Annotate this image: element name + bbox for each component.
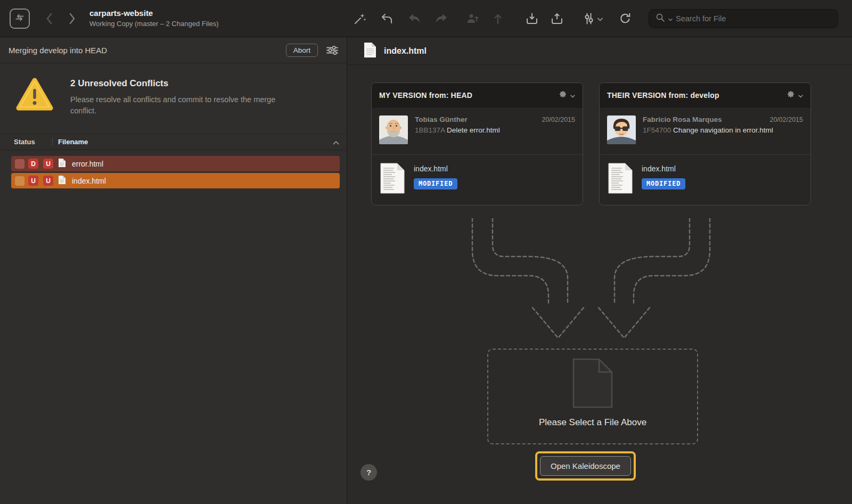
version-filename: index.html [414, 164, 457, 173]
window-title: carparts-website Working Copy (master – … [89, 9, 219, 28]
status-badge-u: U [43, 176, 53, 186]
commit-date: 20/02/2015 [542, 116, 575, 123]
conflict-filename: error.html [72, 160, 103, 168]
commit-author: Fabricio Rosa Marques [643, 115, 765, 123]
conflict-description: Please resolve all conflicts and commit … [70, 94, 299, 117]
version-title: THEIR VERSION from: develop [607, 91, 783, 100]
push-arrow-icon[interactable] [491, 12, 504, 25]
status-badge-u: U [43, 159, 53, 169]
modified-badge: MODIFIED [414, 178, 457, 189]
commit-message: Delete error.html [447, 126, 500, 134]
modified-badge: MODIFIED [642, 178, 685, 189]
commit-hash: 1BB137A [415, 126, 445, 134]
gear-icon[interactable] [559, 90, 567, 101]
search-icon [656, 13, 665, 24]
chevron-down-icon [597, 14, 603, 23]
file-icon [364, 42, 376, 60]
conflict-filename: index.html [72, 177, 106, 185]
warning-triangle-icon [16, 77, 53, 117]
abort-merge-button[interactable]: Abort [286, 44, 318, 57]
file-icon [58, 175, 66, 187]
forward-button[interactable] [69, 13, 76, 24]
filter-sliders-icon[interactable] [326, 46, 338, 55]
file-list-header: Status Filename [0, 134, 347, 150]
status-swatch [15, 159, 24, 169]
file-row-index-html[interactable]: U U index.html [11, 173, 340, 188]
status-badge-u: U [28, 176, 38, 186]
conflict-count-title: 2 Unresolved Conflicts [70, 78, 299, 89]
merge-arrows-graphic [348, 218, 852, 349]
file-search[interactable] [649, 9, 838, 28]
open-kaleidoscope-button[interactable]: Open Kaleidoscope [540, 456, 631, 476]
repository-switch-button[interactable] [10, 9, 30, 29]
search-input[interactable] [676, 14, 831, 23]
collapse-chevron-icon[interactable] [333, 137, 339, 147]
refresh-icon[interactable] [619, 12, 632, 25]
search-scope-chevron-icon[interactable] [668, 14, 673, 23]
gear-icon[interactable] [787, 90, 795, 101]
avatar [379, 115, 408, 144]
avatar [607, 115, 636, 144]
their-version-card: THEIR VERSION from: develop Fabricio Ros… [599, 82, 811, 205]
chevron-down-icon[interactable] [570, 90, 575, 100]
their-version-commit[interactable]: Fabricio Rosa Marques 20/02/2015 1F54700… [600, 108, 810, 154]
status-badge-d: D [28, 159, 38, 169]
stash-save-icon[interactable] [526, 12, 538, 25]
version-cards: MY VERSION from: HEAD Tobias Günther 20/… [348, 65, 852, 205]
their-version-file[interactable]: index.html MODIFIED [600, 155, 810, 205]
my-version-commit[interactable]: Tobias Günther 20/02/2015 1BB137A Delete… [372, 108, 583, 154]
merge-detail-panel: index.html MY VERSION from: HEAD T [348, 37, 852, 504]
open-kaleidoscope-highlight: Open Kaleidoscope [535, 451, 636, 481]
conflict-warning: 2 Unresolved Conflicts Please resolve al… [0, 63, 347, 129]
column-divider[interactable] [52, 138, 53, 146]
file-thumbnail-icon [380, 163, 405, 196]
commit-person-icon[interactable] [466, 12, 479, 25]
toolbar: carparts-website Working Copy (master – … [0, 0, 852, 37]
toolbar-actions [354, 12, 632, 25]
help-button[interactable]: ? [361, 464, 377, 481]
my-version-header: MY VERSION from: HEAD [372, 83, 583, 108]
commit-hash: 1F54700 [643, 126, 671, 134]
back-button[interactable] [46, 13, 53, 24]
discard-arrow-icon[interactable] [408, 12, 421, 25]
merge-status-bar: Merging develop into HEAD Abort [0, 37, 347, 63]
repository-icon [14, 12, 25, 25]
repo-name: carparts-website [89, 9, 219, 19]
undo-arrow-icon[interactable] [381, 12, 394, 25]
my-version-card: MY VERSION from: HEAD Tobias Günther 20/… [371, 82, 583, 205]
chevron-down-icon[interactable] [798, 90, 803, 100]
my-version-file[interactable]: index.html MODIFIED [372, 155, 583, 205]
conflict-file-list: D U error.html U U index.html [0, 156, 347, 188]
file-drop-zone[interactable]: Please Select a File Above [487, 349, 698, 444]
commit-message: Change navigation in error.html [673, 126, 773, 134]
repo-subtitle: Working Copy (master – 2 Changed Files) [89, 20, 219, 28]
file-icon [58, 158, 66, 170]
git-flow-button[interactable] [583, 12, 603, 25]
file-row-error-html[interactable]: D U error.html [11, 156, 340, 171]
file-thumbnail-icon [608, 163, 633, 196]
version-title: MY VERSION from: HEAD [379, 91, 555, 100]
sweep-arrow-icon[interactable] [435, 12, 448, 25]
stash-apply-icon[interactable] [551, 12, 563, 25]
commit-author: Tobias Günther [415, 115, 537, 123]
status-swatch [15, 176, 24, 186]
filename-column-header[interactable]: Filename [58, 138, 333, 146]
their-version-header: THEIR VERSION from: develop [600, 83, 810, 108]
selected-file-title: index.html [384, 46, 427, 56]
status-column-header[interactable]: Status [14, 138, 52, 146]
version-filename: index.html [642, 164, 685, 173]
merge-status-text: Merging develop into HEAD [9, 46, 286, 55]
git-flow-icon [583, 12, 595, 25]
selected-file-header: index.html [348, 37, 852, 65]
dropzone-hint-text: Please Select a File Above [539, 417, 646, 428]
ghost-file-icon [572, 358, 613, 410]
stage-wand-icon[interactable] [354, 12, 366, 25]
commit-date: 20/02/2015 [769, 116, 803, 123]
conflicts-sidebar: Merging develop into HEAD Abort 2 Unreso… [0, 37, 347, 504]
